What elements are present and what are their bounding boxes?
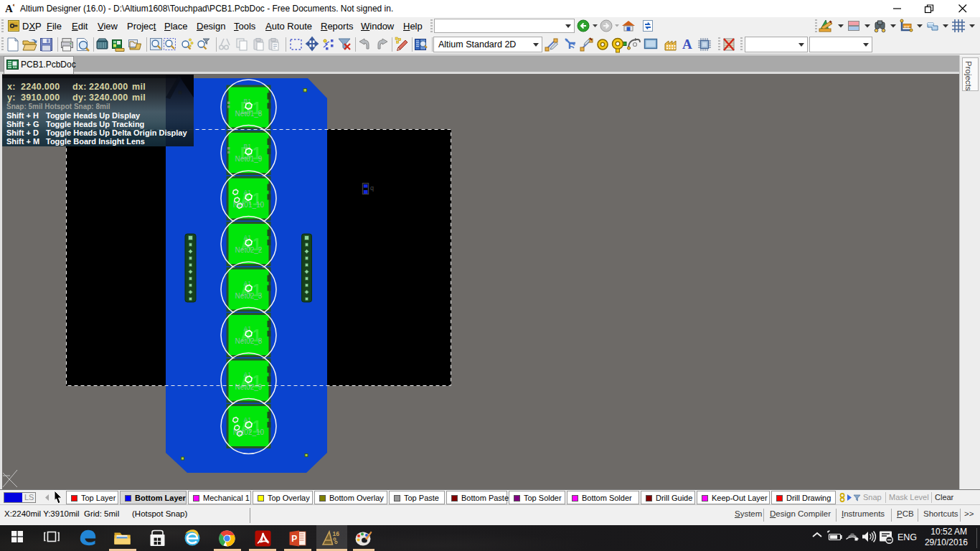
svg-text:A: A [682,37,692,52]
svg-text:Net01_8: Net01_8 [235,110,263,118]
svg-text:A: A [5,3,13,14]
svg-text:16: 16 [333,530,340,537]
svg-text:P: P [291,534,297,544]
